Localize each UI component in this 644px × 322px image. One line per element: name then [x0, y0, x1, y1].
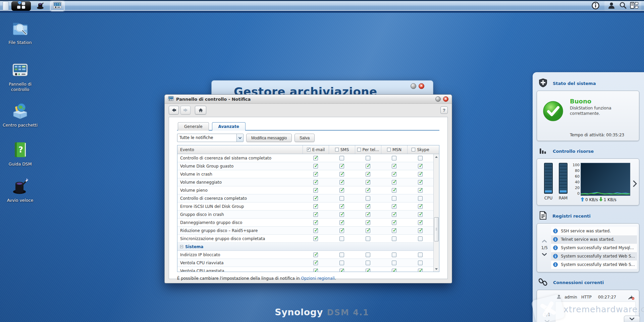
notification-checkbox[interactable]: [366, 180, 370, 185]
notification-checkbox[interactable]: [418, 220, 423, 225]
dialog-titlebar[interactable]: Pannello di controllo - Notifica: [165, 95, 452, 104]
notification-checkbox[interactable]: [339, 228, 344, 233]
column-header-per-tel-[interactable]: Per tel...: [355, 145, 381, 154]
minimize-button[interactable]: [411, 83, 416, 89]
table-row[interactable]: Sincronizzazione gruppo disco completata: [177, 235, 433, 243]
back-button[interactable]: [169, 106, 179, 114]
page-down-chevron[interactable]: [542, 253, 547, 256]
notification-checkbox[interactable]: [418, 236, 423, 241]
notification-checkbox[interactable]: [339, 188, 344, 193]
tab-generale[interactable]: Generale: [178, 122, 209, 131]
notification-checkbox[interactable]: [366, 196, 370, 201]
log-entry[interactable]: System successfully started Web S...: [551, 261, 637, 269]
notification-checkbox[interactable]: [339, 236, 344, 241]
desktop-icon-dsm-help[interactable]: ? Guida DSM: [2, 141, 38, 167]
close-button[interactable]: [419, 83, 424, 89]
column-select-all-checkbox[interactable]: [387, 148, 391, 151]
help-button[interactable]: ?: [440, 106, 448, 114]
table-row[interactable]: Ventola CPU arrestata: [177, 267, 433, 272]
notification-checkbox[interactable]: [366, 228, 370, 233]
notification-checkbox[interactable]: [392, 212, 396, 217]
notification-filter-select[interactable]: Tutte le notifiche: [177, 134, 244, 142]
notification-checkbox[interactable]: [313, 204, 318, 209]
notification-checkbox[interactable]: [339, 156, 344, 160]
notification-checkbox[interactable]: [418, 196, 423, 201]
notification-checkbox[interactable]: [313, 236, 318, 241]
minimize-button[interactable]: [435, 96, 441, 102]
notification-checkbox[interactable]: [339, 261, 344, 265]
taskbar-quick-launch-button[interactable]: [34, 1, 48, 11]
main-menu-button[interactable]: [11, 1, 31, 11]
notification-checkbox[interactable]: [392, 196, 396, 201]
column-select-all-checkbox[interactable]: [412, 148, 415, 151]
table-row[interactable]: Controllo di coerenza del sistema comple…: [177, 154, 433, 162]
scroll-down-arrow[interactable]: [434, 266, 439, 272]
notification-checkbox[interactable]: [366, 204, 370, 209]
notification-checkbox[interactable]: [313, 228, 318, 233]
info-button[interactable]: [590, 1, 601, 11]
notification-checkbox[interactable]: [366, 220, 370, 225]
notification-checkbox[interactable]: [392, 172, 396, 177]
connection-row[interactable]: admin HTTP 00:27:27: [554, 293, 636, 302]
notification-checkbox[interactable]: [392, 236, 396, 241]
close-button[interactable]: [443, 96, 448, 102]
disconnect-icon[interactable]: [628, 295, 634, 300]
column-header-e-mail[interactable]: E-mail: [303, 145, 329, 154]
table-row[interactable]: Volume pieno: [177, 186, 433, 194]
table-row[interactable]: Volume Disk Group guasto: [177, 162, 433, 170]
notification-checkbox[interactable]: [313, 172, 318, 177]
table-row[interactable]: Volume in crash: [177, 170, 433, 178]
notification-checkbox[interactable]: [339, 172, 344, 177]
log-entry[interactable]: Telnet service was started.: [551, 235, 637, 244]
notification-checkbox[interactable]: [313, 188, 318, 193]
notification-checkbox[interactable]: [392, 228, 396, 233]
tab-avanzate[interactable]: Avanzate: [212, 122, 246, 131]
notification-checkbox[interactable]: [418, 212, 423, 217]
column-select-all-checkbox[interactable]: [307, 148, 311, 151]
notification-checkbox[interactable]: [418, 172, 423, 177]
notification-checkbox[interactable]: [366, 212, 370, 217]
notification-checkbox[interactable]: [366, 188, 370, 193]
notification-checkbox[interactable]: [366, 156, 370, 160]
notification-checkbox[interactable]: [313, 212, 318, 217]
notification-checkbox[interactable]: [366, 164, 370, 169]
notification-checkbox[interactable]: [366, 172, 370, 177]
notification-checkbox[interactable]: [392, 156, 396, 160]
notification-checkbox[interactable]: [418, 164, 423, 169]
page-down-chevron[interactable]: [545, 320, 549, 322]
table-row[interactable]: Errore iSCSI LUN del Disk Group: [177, 202, 433, 211]
page-up-chevron[interactable]: [542, 240, 547, 242]
widget-panel-collapse-button[interactable]: [624, 316, 640, 322]
table-scrollbar[interactable]: [433, 154, 439, 272]
notification-checkbox[interactable]: [392, 269, 396, 272]
notification-checkbox[interactable]: [418, 156, 423, 160]
notification-checkbox[interactable]: [339, 220, 344, 225]
notification-checkbox[interactable]: [366, 236, 370, 241]
table-row[interactable]: Gruppo disco in crash: [177, 211, 433, 219]
notification-checkbox[interactable]: [339, 252, 344, 257]
notification-checkbox[interactable]: [392, 204, 396, 209]
notification-checkbox[interactable]: [313, 269, 318, 272]
notification-checkbox[interactable]: [313, 261, 318, 265]
notification-checkbox[interactable]: [313, 180, 318, 185]
notification-checkbox[interactable]: [339, 212, 344, 217]
notification-checkbox[interactable]: [339, 164, 344, 169]
notification-checkbox[interactable]: [313, 156, 318, 160]
show-desktop-button[interactable]: [3, 1, 9, 10]
notification-checkbox[interactable]: [313, 196, 318, 201]
table-row[interactable]: Indirizzo IP bloccato: [177, 251, 433, 259]
desktop-icon-package-center[interactable]: Centro pacchetti: [2, 101, 38, 128]
regional-options-link[interactable]: Opzioni regionali: [301, 276, 335, 281]
notification-checkbox[interactable]: [313, 252, 318, 257]
taskbar-control-panel-button[interactable]: [50, 1, 64, 11]
notification-checkbox[interactable]: [418, 252, 423, 257]
notification-checkbox[interactable]: [418, 228, 423, 233]
notification-checkbox[interactable]: [313, 164, 318, 169]
notification-checkbox[interactable]: [392, 188, 396, 193]
pilot-view-button[interactable]: [629, 1, 640, 11]
notification-checkbox[interactable]: [366, 261, 370, 265]
edit-message-button[interactable]: Modifica messaggio: [246, 134, 292, 142]
column-select-all-checkbox[interactable]: [335, 148, 339, 151]
page-up-chevron[interactable]: [545, 307, 549, 309]
notification-checkbox[interactable]: [392, 164, 396, 169]
